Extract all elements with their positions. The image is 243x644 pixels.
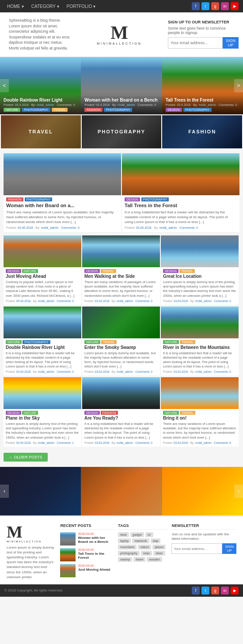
tag-nature-g1[interactable]: Nature xyxy=(22,269,38,273)
tag-design-g2[interactable]: Design xyxy=(84,269,100,273)
tag-photography-2[interactable]: PHOTOGRAPHY xyxy=(104,108,132,112)
grid-post-1-image[interactable] xyxy=(4,235,81,267)
category-fashion[interactable]: FASHION xyxy=(162,115,242,148)
tag-nature-g9[interactable]: Nature xyxy=(163,411,179,415)
footer-social-youtube[interactable]: ▶ xyxy=(231,587,239,595)
tag-design-g1[interactable]: Design xyxy=(6,269,21,273)
tag-nature-g4[interactable]: Nature xyxy=(6,340,22,344)
tag-travel-g6[interactable]: Travel xyxy=(180,340,195,344)
footer-social-facebook[interactable]: f xyxy=(192,587,200,595)
grid-post-6-image[interactable] xyxy=(161,307,239,338)
recent-post-3-image[interactable] xyxy=(60,564,76,577)
newsletter-submit-button[interactable]: SIGN UP xyxy=(223,37,239,49)
slider-next-button[interactable]: > xyxy=(234,79,243,92)
social-google[interactable]: g xyxy=(211,2,219,10)
bottom-slider-prev[interactable]: ‹ xyxy=(0,485,9,498)
grid-post-7-image[interactable] xyxy=(4,377,81,409)
tag-cloud-item[interactable]: nature xyxy=(138,545,151,549)
tag-nature-g5[interactable]: Nature xyxy=(84,340,100,344)
grid-post-7-title[interactable]: Plane in the Sky xyxy=(4,416,81,422)
recent-post-3-title[interactable]: Just Moving Ahead xyxy=(78,568,114,572)
older-posts-button[interactable]: ← OLDER POSTS xyxy=(4,453,48,462)
grid-post-4-title[interactable]: Double Rainbow River Light xyxy=(4,345,81,351)
grid-post-2-image[interactable] xyxy=(82,235,160,267)
grid-post-3-image[interactable] xyxy=(161,235,239,267)
tag-travel-g3[interactable]: Travel xyxy=(179,269,195,273)
tag-design-g7[interactable]: Design xyxy=(6,411,21,415)
tag-travel-g5[interactable]: Travel xyxy=(101,340,117,344)
footer-social-google[interactable]: g xyxy=(211,587,219,595)
tag-cloud-item[interactable]: desk xyxy=(118,532,129,537)
grid-post-9-title[interactable]: Bring it on! xyxy=(161,416,239,422)
tag-fashion-1[interactable]: Fashion xyxy=(6,197,23,201)
nav-category[interactable]: CATEGORY ▾ xyxy=(29,4,62,9)
tag-travel-g9[interactable]: Travel xyxy=(180,411,195,415)
tag-nature-g6[interactable]: Nature xyxy=(163,340,179,344)
site-logo[interactable]: M MINIMALLECTION xyxy=(97,23,142,45)
tag-cloud-item[interactable]: laptop xyxy=(118,538,131,543)
grid-post-5-image[interactable] xyxy=(82,307,160,338)
grid-post-3-tags: Design Travel xyxy=(161,267,239,274)
bottom-slider-next[interactable]: › xyxy=(234,485,243,498)
featured-post-2-title[interactable]: Tall Trees in the Forest xyxy=(122,203,239,210)
grid-post-5-title[interactable]: Enter the Smoky Swamp xyxy=(82,345,160,351)
tag-nature[interactable]: NATURE xyxy=(4,108,20,112)
social-youtube[interactable]: ▶ xyxy=(231,2,239,10)
tag-cloud-item[interactable]: macbook xyxy=(132,538,149,543)
tag-cloud-item[interactable]: gadget xyxy=(130,532,144,537)
tag-photo-g4[interactable]: Photography xyxy=(23,340,50,344)
grid-post-4-image[interactable] xyxy=(4,307,81,338)
footer-social-twitter[interactable]: t xyxy=(201,587,209,595)
tag-cloud-item[interactable]: travel xyxy=(133,557,145,562)
slider-prev-button[interactable]: < xyxy=(0,79,9,92)
featured-post-2-image[interactable] xyxy=(122,153,239,195)
category-photography[interactable]: PHOTOGRAPHY xyxy=(82,115,162,148)
recent-post-1-image[interactable] xyxy=(60,532,76,546)
tag-cloud-item[interactable]: wooden xyxy=(147,557,162,562)
social-instagram[interactable]: in xyxy=(221,2,229,10)
tag-nature-g7[interactable]: Nature xyxy=(22,411,38,415)
tag-photography-f2[interactable]: Photography xyxy=(141,197,169,201)
tag-fashion-g8[interactable]: Fashion xyxy=(101,411,118,415)
category-travel[interactable]: TRAVEL xyxy=(1,115,81,148)
featured-post-1-image[interactable] xyxy=(4,153,121,195)
tag-photography-3[interactable]: PHOTOGRAPHY xyxy=(183,108,212,112)
tag-design[interactable]: DESIGN xyxy=(166,108,182,112)
tag-cloud-item[interactable]: silver xyxy=(153,551,165,556)
tag-fashion[interactable]: FASHION xyxy=(84,108,103,112)
footer-newsletter-input[interactable] xyxy=(171,543,222,554)
tag-photography[interactable]: PHOTOGRAPHY xyxy=(22,108,50,112)
featured-post-1-title[interactable]: Woman with her Board on a... xyxy=(4,203,121,210)
tag-design-f2[interactable]: Design xyxy=(125,197,140,201)
recent-post-1-title[interactable]: Woman with her Board on a Bench xyxy=(78,536,114,544)
social-facebook[interactable]: f xyxy=(192,2,200,10)
grid-post-3-title[interactable]: Great Ice Location xyxy=(161,274,239,280)
tag-travel[interactable]: TRAVEL xyxy=(52,108,68,112)
newsletter-email-input[interactable] xyxy=(168,37,223,49)
recent-post-2-title[interactable]: Tall Trees in the Forest xyxy=(78,552,114,560)
footer-newsletter-button[interactable]: SIGN UP xyxy=(222,543,236,554)
tag-design-g3[interactable]: Design xyxy=(163,269,178,273)
grid-post-1-title[interactable]: Just Moving Ahead xyxy=(4,274,81,280)
nav-home[interactable]: HOME ▾ xyxy=(4,4,27,9)
social-twitter[interactable]: t xyxy=(201,2,209,10)
tag-design-g8[interactable]: Design xyxy=(84,411,100,415)
tag-cloud-item[interactable]: slap xyxy=(151,538,161,543)
grid-post-8-image[interactable] xyxy=(82,377,160,409)
tag-cloud-item[interactable]: photography xyxy=(118,551,140,556)
tag-cloud-item[interactable]: lcr xyxy=(145,532,153,537)
tag-cloud-item[interactable]: swamp xyxy=(118,557,132,562)
grid-post-9-image[interactable] xyxy=(161,377,239,409)
grid-post-8-title[interactable]: Are You Ready? xyxy=(82,416,160,422)
footer-social-instagram[interactable]: in xyxy=(221,587,229,595)
tag-cloud-item[interactable]: places xyxy=(152,545,166,549)
tag-travel-g2[interactable]: Travel xyxy=(101,269,116,273)
grid-post-6-title[interactable]: River in Between the Mountains xyxy=(161,345,239,351)
recent-post-2-image[interactable] xyxy=(60,548,76,561)
grid-posts-section: Design Nature Just Moving Ahead Contrary… xyxy=(0,234,243,449)
nav-portfolio[interactable]: PORTFOLIO ▾ xyxy=(64,4,98,9)
tag-photography-f1[interactable]: Photography xyxy=(25,197,52,201)
grid-post-2-title[interactable]: Men Walking at the Side xyxy=(82,274,160,280)
tag-cloud-item[interactable]: mountains xyxy=(118,545,137,549)
tag-cloud-item[interactable]: relax xyxy=(141,551,152,556)
